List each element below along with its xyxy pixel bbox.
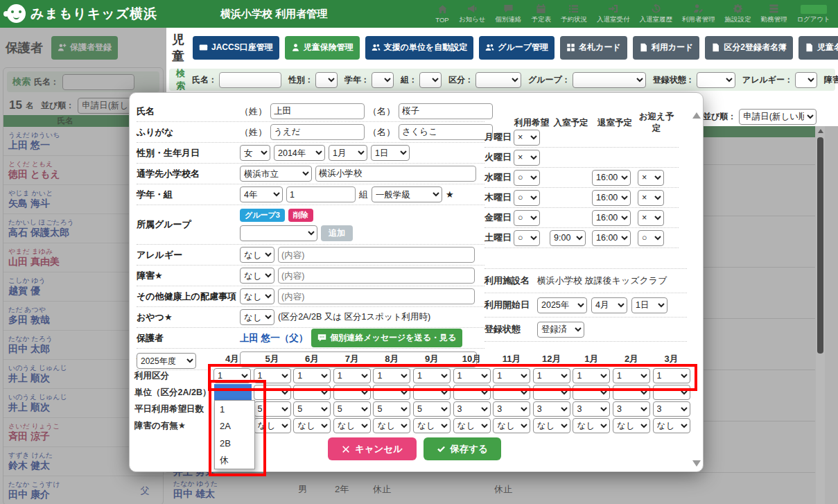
month-select-平日利用希望日数-8月[interactable]: 5: [373, 401, 410, 417]
birth-day-select[interactable]: 1日: [371, 145, 410, 161]
snack-select[interactable]: なし: [240, 309, 274, 325]
month-select-利用区分-10月[interactable]: 1: [453, 368, 491, 383]
month-select-障害の有無★-6月[interactable]: なし: [293, 418, 331, 433]
month-select-平日利用希望日数-6月[interactable]: 5: [293, 401, 331, 417]
month-select-単位（区分2A/2B）-3月[interactable]: [653, 385, 690, 400]
month-select-利用区分-6月[interactable]: 1: [293, 368, 331, 383]
toolbar-button-児童名簿[interactable]: 児童名簿: [798, 36, 838, 60]
month-select-単位（区分2A/2B）-7月[interactable]: [333, 385, 371, 400]
month-select-障害の有無★-11月[interactable]: なし: [493, 418, 530, 433]
health-detail-input[interactable]: [278, 288, 475, 304]
group-delete-button[interactable]: 削除: [288, 209, 313, 222]
allergy-detail-input[interactable]: [278, 247, 475, 263]
month-select-単位（区分2A/2B）-10月[interactable]: [453, 385, 491, 400]
month-select-障害の有無★-8月[interactable]: なし: [373, 418, 410, 433]
exit-time-select-木曜日[interactable]: 16:00: [592, 190, 631, 206]
save-button[interactable]: 保存する: [424, 437, 501, 460]
children-table-scrollbar[interactable]: [816, 126, 825, 504]
month-select-平日利用希望日数-5月[interactable]: 5: [254, 401, 291, 417]
children-search-input[interactable]: [219, 72, 281, 88]
month-select-利用区分-9月[interactable]: 1: [413, 368, 451, 383]
month-select-平日利用希望日数-3月[interactable]: 3: [653, 401, 690, 417]
entry-time-select-土曜日[interactable]: 9:00: [550, 230, 586, 246]
children-search-select[interactable]: [419, 72, 442, 88]
grade-select[interactable]: 4年: [240, 186, 283, 202]
pickup-select-木曜日[interactable]: ×: [638, 190, 664, 206]
class-type-select[interactable]: 一般学級: [372, 186, 442, 202]
school-name-input[interactable]: [315, 166, 476, 182]
allergy-select[interactable]: なし: [240, 247, 274, 263]
cancel-button[interactable]: キャンセル: [328, 437, 417, 460]
toolbar-button-名札カード[interactable]: 名札カード: [560, 36, 627, 60]
unit-option-2B[interactable]: 2B: [215, 435, 254, 452]
exit-time-select-金曜日[interactable]: 16:00: [592, 210, 631, 226]
hope-select-水曜日[interactable]: ○: [514, 170, 540, 186]
month-select-単位（区分2A/2B）-8月[interactable]: [373, 385, 410, 400]
children-search-select[interactable]: [573, 72, 646, 88]
first-name-input[interactable]: [399, 103, 493, 119]
pickup-select-金曜日[interactable]: ×: [638, 210, 664, 226]
unit-dropdown-selected[interactable]: [214, 384, 252, 400]
month-select-障害の有無★-10月[interactable]: なし: [453, 418, 491, 433]
guardian-link[interactable]: 上田 悠一（父）: [240, 332, 308, 345]
registration-status-select[interactable]: 登録済: [537, 322, 584, 338]
children-search-select[interactable]: [697, 72, 735, 88]
month-select-利用区分-12月[interactable]: 1: [533, 368, 570, 383]
birth-month-select[interactable]: 1月: [329, 145, 367, 161]
toolbar-button-支援の単位を自動設定[interactable]: 支援の単位を自動設定: [365, 36, 474, 60]
start-day-select[interactable]: 1日: [631, 297, 667, 313]
exit-time-select-土曜日[interactable]: 16:00: [592, 230, 631, 246]
month-select-障害の有無★-3月[interactable]: なし: [653, 418, 690, 433]
nav-item-勤務管理[interactable]: 勤務管理: [756, 3, 792, 24]
nav-item-予定表[interactable]: 予定表: [526, 3, 556, 24]
scroll-up-icon[interactable]: [818, 129, 823, 133]
month-select-単位（区分2A/2B）-9月[interactable]: [413, 385, 451, 400]
unit-option-1[interactable]: 1: [215, 401, 254, 418]
toolbar-button-区分2登録者名簿[interactable]: 区分2登録者名簿: [705, 36, 793, 60]
start-month-select[interactable]: 4月: [591, 297, 627, 313]
children-search-select[interactable]: [795, 72, 817, 88]
month-select-単位（区分2A/2B）-2月[interactable]: [613, 385, 650, 400]
hope-select-月曜日[interactable]: ×: [514, 130, 540, 146]
children-search-select[interactable]: [475, 72, 521, 88]
month-select-利用区分-7月[interactable]: 1: [333, 368, 371, 383]
month-select-平日利用希望日数-7月[interactable]: 5: [333, 401, 371, 417]
month-select-平日利用希望日数-11月[interactable]: 3: [493, 401, 530, 417]
month-select-障害の有無★-5月[interactable]: なし: [254, 418, 291, 433]
nav-item-利用者管理[interactable]: 利用者管理: [677, 3, 720, 24]
month-select-利用区分-1月[interactable]: 1: [573, 368, 610, 383]
sex-select[interactable]: 女: [240, 145, 270, 161]
toolbar-button-児童保険管理[interactable]: 児童保険管理: [285, 36, 360, 60]
hope-select-土曜日[interactable]: ○: [514, 230, 540, 246]
last-name-input[interactable]: [270, 103, 365, 119]
start-year-select[interactable]: 2025年: [537, 297, 587, 313]
first-name-kana-input[interactable]: [399, 124, 493, 140]
month-select-利用区分-11月[interactable]: 1: [493, 368, 530, 383]
hope-select-木曜日[interactable]: ○: [514, 190, 540, 206]
month-select-平日利用希望日数-1月[interactable]: 3: [573, 401, 610, 417]
month-select-障害の有無★-2月[interactable]: なし: [613, 418, 650, 433]
children-search-select[interactable]: [315, 72, 338, 88]
toolbar-button-JACCS口座管理[interactable]: JACCS口座管理: [193, 36, 279, 60]
month-select-単位（区分2A/2B）-1月[interactable]: [573, 385, 610, 400]
month-select-利用区分-5月[interactable]: 1: [254, 368, 291, 383]
month-select-障害の有無★-1月[interactable]: なし: [573, 418, 610, 433]
children-sort-select[interactable]: 申請日(新しい順): [739, 109, 817, 125]
disability-select[interactable]: なし: [240, 268, 274, 284]
hope-select-火曜日[interactable]: ×: [514, 150, 540, 166]
scrollbar-thumb[interactable]: [817, 137, 823, 354]
month-select-利用区分-3月[interactable]: 1: [653, 368, 690, 383]
month-select-単位（区分2A/2B）-6月[interactable]: [293, 385, 331, 400]
toolbar-button-グループ管理[interactable]: グループ管理: [479, 36, 555, 60]
month-select-単位（区分2A/2B）-12月[interactable]: [533, 385, 570, 400]
month-select-障害の有無★-12月[interactable]: なし: [533, 418, 570, 433]
hope-select-金曜日[interactable]: ○: [514, 210, 540, 226]
last-name-kana-input[interactable]: [270, 124, 365, 140]
exit-time-select-水曜日[interactable]: 16:00: [592, 170, 631, 186]
unit-option-休[interactable]: 休: [215, 452, 254, 469]
month-select-障害の有無★-9月[interactable]: なし: [413, 418, 451, 433]
class-number-input[interactable]: [286, 186, 356, 202]
modal-scroll-down-icon[interactable]: [692, 460, 701, 467]
nav-item-入退室受付[interactable]: 入退室受付: [592, 3, 635, 24]
nav-item-予約状況[interactable]: 予約状況: [556, 3, 592, 24]
